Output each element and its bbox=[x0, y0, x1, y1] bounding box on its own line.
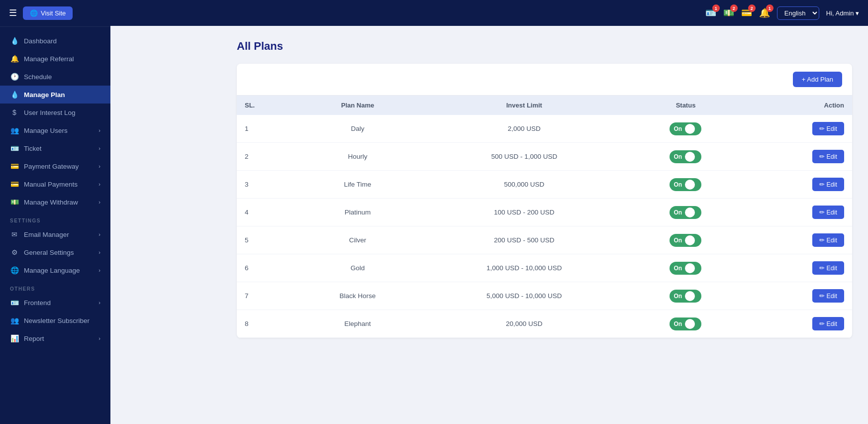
sidebar-item-manage-referral[interactable]: 🔔 Manage Referral bbox=[0, 50, 110, 68]
status-toggle[interactable]: On bbox=[670, 290, 701, 303]
chevron-right-icon: › bbox=[98, 300, 100, 306]
dollar-badge: 2 bbox=[730, 4, 738, 12]
table-body: 1 Daly 2,000 USD On ✏ Edit 2 Hourly 500 … bbox=[237, 115, 852, 338]
status-toggle[interactable]: On bbox=[670, 122, 701, 135]
hamburger-icon[interactable]: ☰ bbox=[9, 7, 17, 18]
referral-icon: 🔔 bbox=[10, 55, 19, 63]
toggle-label: On bbox=[674, 153, 682, 160]
toggle-knob bbox=[685, 235, 695, 245]
sidebar-item-newsletter-subscriber[interactable]: 👥 Newsletter Subscriber bbox=[0, 312, 110, 329]
chevron-right-icon: › bbox=[98, 145, 100, 151]
sidebar-item-label: Manual Payments bbox=[24, 181, 78, 188]
cell-plan-name: Black Horse bbox=[297, 282, 418, 310]
bell-icon-btn[interactable]: 🔔 1 bbox=[759, 7, 770, 18]
sidebar-item-ticket[interactable]: 🪪 Ticket › bbox=[0, 139, 110, 157]
sidebar-item-label: Newsletter Subscriber bbox=[24, 317, 90, 324]
sidebar-item-email-manager[interactable]: ✉ Email Manager › bbox=[0, 225, 110, 243]
sidebar-item-schedule[interactable]: 🕐 Schedule bbox=[0, 68, 110, 86]
credit-card-icon-btn[interactable]: 💳 2 bbox=[741, 7, 752, 18]
email-icon: ✉ bbox=[10, 230, 19, 238]
cell-status: On bbox=[630, 310, 741, 338]
sidebar-item-manage-plan[interactable]: 💧 Manage Plan bbox=[0, 86, 110, 104]
sidebar-item-user-interest-log[interactable]: $ User Interest Log bbox=[0, 104, 110, 121]
table-header-row: SL. Plan Name Invest Limit Status Action bbox=[237, 96, 852, 115]
toggle-label: On bbox=[674, 181, 682, 188]
cell-invest-limit: 1,000 USD - 10,000 USD bbox=[418, 254, 630, 282]
cell-invest-limit: 20,000 USD bbox=[418, 310, 630, 338]
cell-status: On bbox=[630, 226, 741, 254]
cell-action: ✏ Edit bbox=[741, 310, 852, 338]
sidebar-item-label: Dashboard bbox=[24, 37, 57, 45]
chevron-right-icon: › bbox=[98, 249, 100, 255]
add-plan-button[interactable]: + Add Plan bbox=[793, 72, 842, 87]
cell-status: On bbox=[630, 254, 741, 282]
table-row: 2 Hourly 500 USD - 1,000 USD On ✏ Edit bbox=[237, 143, 852, 171]
status-toggle[interactable]: On bbox=[670, 178, 701, 191]
edit-button[interactable]: ✏ Edit bbox=[812, 178, 844, 191]
cell-action: ✏ Edit bbox=[741, 254, 852, 282]
toggle-label: On bbox=[674, 125, 682, 132]
sidebar-item-label: Manage Referral bbox=[24, 55, 74, 63]
status-toggle[interactable]: On bbox=[670, 234, 701, 247]
others-section-label: OTHERS bbox=[0, 279, 110, 294]
cell-plan-name: Hourly bbox=[297, 143, 418, 171]
chevron-right-icon: › bbox=[98, 127, 100, 133]
topbar: ☰ 🌐 Visit Site 🪪 1 💵 2 💳 2 🔔 1 English H… bbox=[0, 0, 868, 26]
language-select[interactable]: English bbox=[777, 6, 819, 20]
report-icon: 📊 bbox=[10, 334, 19, 342]
cell-invest-limit: 5,000 USD - 10,000 USD bbox=[418, 282, 630, 310]
cell-sl: 6 bbox=[237, 254, 297, 282]
cell-plan-name: Daly bbox=[297, 115, 418, 143]
table-row: 6 Gold 1,000 USD - 10,000 USD On ✏ Edit bbox=[237, 254, 852, 282]
sidebar-nav: 💧 Dashboard 🔔 Manage Referral 🕐 Schedule… bbox=[0, 27, 110, 424]
edit-button[interactable]: ✏ Edit bbox=[812, 289, 844, 303]
status-toggle[interactable]: On bbox=[670, 318, 701, 330]
cell-invest-limit: 2,000 USD bbox=[418, 115, 630, 143]
toggle-label: On bbox=[674, 320, 682, 327]
edit-button[interactable]: ✏ Edit bbox=[812, 122, 844, 135]
frontend-icon: 🪪 bbox=[10, 299, 19, 307]
cell-action: ✏ Edit bbox=[741, 171, 852, 199]
status-toggle[interactable]: On bbox=[670, 206, 701, 219]
chevron-right-icon: › bbox=[98, 163, 100, 169]
bell-badge: 1 bbox=[766, 4, 773, 12]
sidebar-item-dashboard[interactable]: 💧 Dashboard bbox=[0, 32, 110, 50]
sidebar-item-payment-gateway[interactable]: 💳 Payment Gateway › bbox=[0, 157, 110, 175]
cell-status: On bbox=[630, 282, 741, 310]
sidebar-item-label: General Settings bbox=[24, 249, 74, 256]
cell-sl: 5 bbox=[237, 226, 297, 254]
chevron-right-icon: › bbox=[98, 199, 100, 205]
status-toggle[interactable]: On bbox=[670, 150, 701, 163]
gear-icon: ⚙ bbox=[10, 248, 19, 256]
topbar-right: 🪪 1 💵 2 💳 2 🔔 1 English Hi, Admin ▾ bbox=[705, 6, 859, 20]
id-card-icon-btn[interactable]: 🪪 1 bbox=[705, 7, 716, 18]
cell-invest-limit: 100 USD - 200 USD bbox=[418, 199, 630, 226]
sidebar-item-manage-language[interactable]: 🌐 Manage Language › bbox=[0, 261, 110, 279]
sidebar-item-manual-payments[interactable]: 💳 Manual Payments › bbox=[0, 175, 110, 193]
plans-card: + Add Plan SL. Plan Name Invest Limit St… bbox=[237, 64, 852, 338]
sidebar-item-frontend[interactable]: 🪪 Frontend › bbox=[0, 294, 110, 312]
sidebar-item-manage-users[interactable]: 👥 Manage Users › bbox=[0, 121, 110, 139]
edit-button[interactable]: ✏ Edit bbox=[812, 261, 844, 275]
payment-icon: 💳 bbox=[10, 162, 19, 170]
admin-menu[interactable]: Hi, Admin ▾ bbox=[826, 9, 859, 17]
main-content: All Plans + Add Plan SL. Plan Name Inves… bbox=[221, 26, 868, 424]
cell-action: ✏ Edit bbox=[741, 115, 852, 143]
sidebar-item-general-settings[interactable]: ⚙ General Settings › bbox=[0, 243, 110, 261]
visit-site-button[interactable]: 🌐 Visit Site bbox=[23, 6, 73, 20]
ticket-icon: 🪪 bbox=[10, 144, 19, 152]
toggle-label: On bbox=[674, 237, 682, 244]
cell-status: On bbox=[630, 199, 741, 226]
edit-button[interactable]: ✏ Edit bbox=[812, 317, 844, 330]
cell-sl: 4 bbox=[237, 199, 297, 226]
edit-button[interactable]: ✏ Edit bbox=[812, 206, 844, 219]
edit-button[interactable]: ✏ Edit bbox=[812, 233, 844, 247]
cell-action: ✏ Edit bbox=[741, 226, 852, 254]
schedule-icon: 🕐 bbox=[10, 73, 19, 81]
dollar-icon-btn[interactable]: 💵 2 bbox=[723, 7, 734, 18]
page-title: All Plans bbox=[237, 40, 852, 53]
status-toggle[interactable]: On bbox=[670, 262, 701, 275]
sidebar-item-report[interactable]: 📊 Report › bbox=[0, 329, 110, 347]
edit-button[interactable]: ✏ Edit bbox=[812, 150, 844, 163]
sidebar-item-manage-withdraw[interactable]: 💵 Manage Withdraw › bbox=[0, 193, 110, 211]
